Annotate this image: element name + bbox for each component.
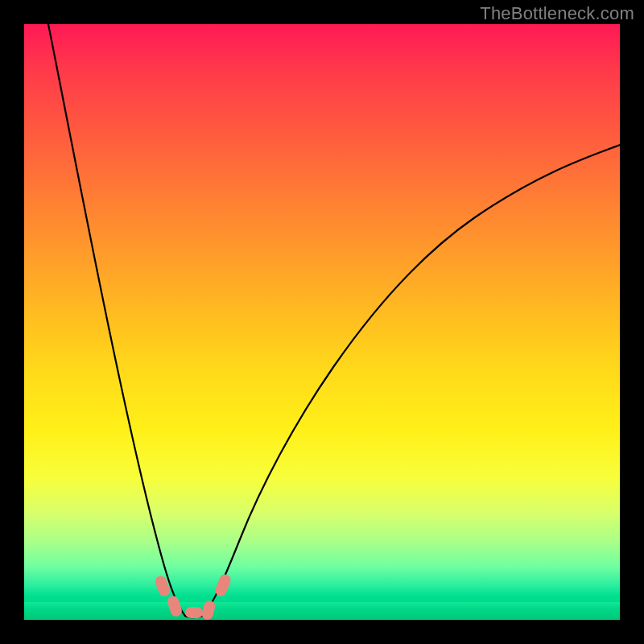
green-band	[24, 602, 620, 620]
chart-frame: TheBottleneck.com	[0, 0, 644, 644]
plot-area	[24, 24, 620, 620]
watermark-text: TheBottleneck.com	[480, 3, 634, 24]
